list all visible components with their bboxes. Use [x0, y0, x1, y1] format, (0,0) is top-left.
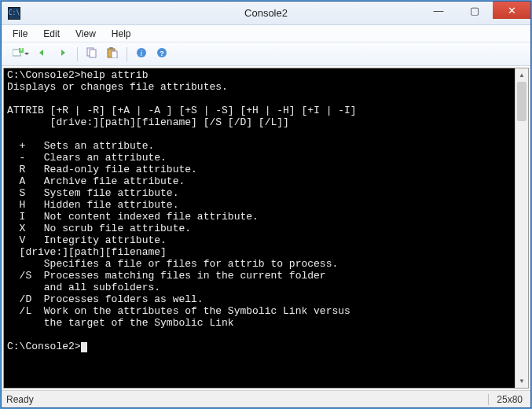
window-controls: — ▢ ✕: [420, 2, 530, 19]
scroll-up-button[interactable]: ▲: [515, 68, 528, 82]
menu-help[interactable]: Help: [104, 27, 139, 41]
next-tab-button[interactable]: [53, 46, 72, 63]
svg-text:+: +: [20, 48, 23, 53]
new-tab-button[interactable]: +: [5, 46, 31, 63]
svg-rect-4: [90, 50, 96, 57]
statusbar: Ready 25x80: [2, 390, 530, 407]
paste-button[interactable]: [103, 46, 122, 63]
console-output[interactable]: C:\Console2>help attrib Displays or chan…: [4, 68, 515, 388]
arrow-right-icon: [57, 48, 68, 60]
info-icon: i: [136, 47, 147, 61]
close-button[interactable]: ✕: [493, 2, 530, 19]
prev-tab-button[interactable]: [33, 46, 52, 63]
arrow-left-icon: [37, 48, 48, 60]
svg-text:i: i: [141, 49, 143, 57]
toolbar-separator: [77, 47, 78, 61]
status-dimensions: 25x80: [489, 394, 530, 405]
menubar: File Edit View Help: [2, 25, 530, 42]
maximize-button[interactable]: ▢: [457, 2, 493, 19]
new-tab-icon: +: [13, 48, 24, 60]
toolbar-separator: [127, 47, 127, 61]
cursor: [81, 342, 87, 352]
svg-rect-7: [112, 51, 117, 58]
svg-rect-6: [109, 47, 113, 50]
info-button-2[interactable]: ?: [152, 46, 171, 63]
app-window: C:\ Console2 — ▢ ✕ File Edit View Help +: [1, 1, 531, 408]
status-text: Ready: [2, 394, 489, 405]
copy-icon: [86, 47, 98, 61]
copy-button[interactable]: [83, 46, 101, 63]
menu-edit[interactable]: Edit: [35, 27, 68, 41]
scroll-down-button[interactable]: ▼: [515, 374, 528, 388]
minimize-button[interactable]: —: [420, 2, 457, 19]
help-icon: ?: [156, 47, 167, 61]
svg-text:?: ?: [160, 50, 164, 57]
titlebar[interactable]: C:\ Console2 — ▢ ✕: [2, 2, 530, 25]
app-icon: C:\: [8, 7, 20, 20]
paste-icon: [106, 47, 119, 61]
menu-file[interactable]: File: [5, 27, 35, 41]
scroll-thumb[interactable]: [517, 82, 526, 121]
console-container: C:\Console2>help attrib Displays or chan…: [3, 68, 529, 389]
info-button-1[interactable]: i: [132, 46, 151, 63]
vertical-scrollbar[interactable]: ▲ ▼: [515, 68, 528, 388]
toolbar: + i: [2, 42, 530, 66]
menu-view[interactable]: View: [68, 27, 104, 41]
